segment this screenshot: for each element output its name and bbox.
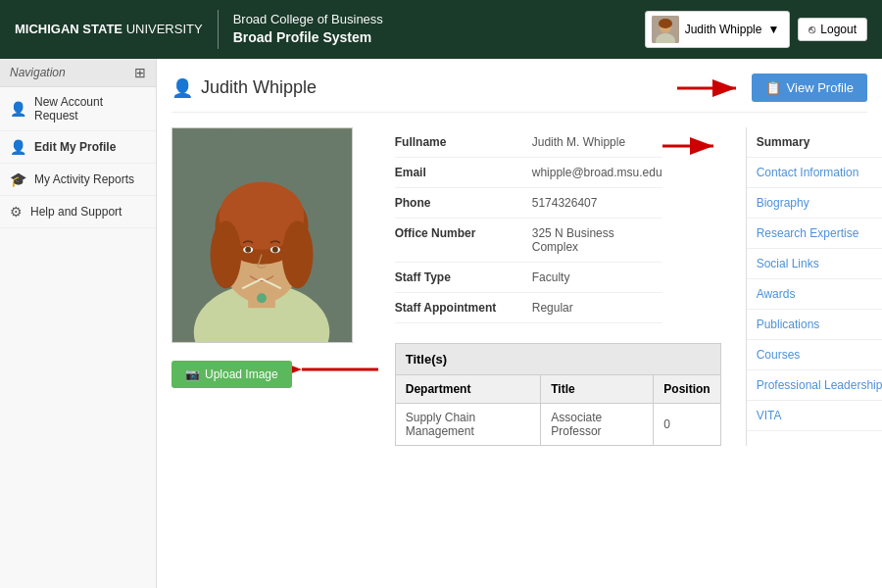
cell-title: Associate Professor xyxy=(541,404,654,446)
edit-profile-icon: 👤 xyxy=(10,139,26,155)
field-label-staff-appt: Staff Appointment xyxy=(395,301,532,315)
section-nav-professional[interactable]: Professional Leadership xyxy=(747,370,882,401)
section-nav-label: Publications xyxy=(757,318,820,331)
logout-label: Logout xyxy=(820,23,857,36)
field-office: Office Number 325 N Business Complex xyxy=(395,219,662,263)
upload-image-button[interactable]: 📷 Upload Image xyxy=(172,361,292,388)
profile-content-row: 📷 Upload Image xyxy=(172,127,867,446)
header-left: MICHIGAN STATE UNIVERSITY Broad College … xyxy=(15,10,383,49)
titles-section-header: Title(s) xyxy=(395,343,721,374)
profile-fields: Fullname Judith M. Whipple Email whipple… xyxy=(395,127,662,323)
sidebar-item-activity-reports[interactable]: 🎓 My Activity Reports xyxy=(0,164,156,196)
section-nav-contact[interactable]: Contact Information xyxy=(747,158,882,188)
field-value-fullname: Judith M. Whipple xyxy=(532,135,625,149)
logout-button[interactable]: ⎋ Logout xyxy=(798,18,867,41)
msu-normal: UNIVERSITY xyxy=(122,22,203,36)
main-layout: Navigation ⊞ 👤 New Account Request 👤 Edi… xyxy=(0,59,882,588)
section-nav-label: Courses xyxy=(757,348,801,362)
field-value-staff-type: Faculty xyxy=(532,270,570,284)
sidebar-item-new-account[interactable]: 👤 New Account Request xyxy=(0,87,156,131)
sidebar-item-label: My Activity Reports xyxy=(34,172,134,186)
app-header: MICHIGAN STATE UNIVERSITY Broad College … xyxy=(0,0,882,59)
field-staff-appointment: Staff Appointment Regular xyxy=(395,293,662,323)
sidebar-nav-label: Navigation xyxy=(10,66,66,79)
field-label-office: Office Number xyxy=(395,226,532,240)
arrow-to-view-profile xyxy=(677,74,746,102)
fields-and-arrow: Fullname Judith M. Whipple Email whipple… xyxy=(395,127,721,323)
section-nav-panel: Summary Contact Information Biography Re… xyxy=(746,127,882,446)
main-content: 👤 Judith Whipple 📋 View Profile xyxy=(157,59,882,588)
field-value-office: 325 N Business Complex xyxy=(532,226,662,254)
col-position: Position xyxy=(654,375,720,404)
help-support-icon: ⚙ xyxy=(10,204,23,220)
col-title: Title xyxy=(541,375,654,404)
svg-point-18 xyxy=(257,293,267,303)
section-nav-label: Biography xyxy=(757,196,809,210)
svg-point-12 xyxy=(211,220,242,288)
sidebar-header: Navigation ⊞ xyxy=(0,59,156,87)
sidebar-item-label: Help and Support xyxy=(30,205,122,219)
field-fullname: Fullname Judith M. Whipple xyxy=(395,127,662,158)
table-row: Supply Chain Management Associate Profes… xyxy=(395,404,720,446)
section-nav-publications[interactable]: Publications xyxy=(747,310,882,340)
field-label-phone: Phone xyxy=(395,196,532,210)
titles-section: Title(s) Department Title Position Suppl… xyxy=(395,343,721,446)
sidebar-item-label: New Account Request xyxy=(34,95,146,122)
upload-area: 📷 Upload Image xyxy=(172,351,380,388)
section-nav-research[interactable]: Research Expertise xyxy=(747,219,882,249)
portrait-svg xyxy=(172,127,352,343)
view-profile-label: View Profile xyxy=(787,80,854,95)
profile-photo-section: 📷 Upload Image xyxy=(172,127,380,446)
section-nav-summary[interactable]: Summary xyxy=(747,127,882,158)
titles-table: Department Title Position Supply Chain M… xyxy=(395,374,721,446)
field-email: Email whipple@broad.msu.edu xyxy=(395,158,662,188)
section-nav-vita[interactable]: VITA xyxy=(747,401,882,431)
section-nav-label: Summary xyxy=(757,135,810,149)
section-nav-label: Contact Information xyxy=(757,166,859,179)
msu-bold: MICHIGAN STATE xyxy=(15,22,122,36)
field-label-email: Email xyxy=(395,166,532,179)
user-menu-button[interactable]: Judith Whipple ▼ xyxy=(645,11,791,48)
sidebar-item-edit-profile[interactable]: 👤 Edit My Profile xyxy=(0,131,156,164)
col-department: Department xyxy=(395,375,541,404)
field-label-staff-type: Staff Type xyxy=(395,270,532,284)
broad-line1: Broad College of Business xyxy=(233,11,383,28)
profile-fields-section: Fullname Judith M. Whipple Email whipple… xyxy=(395,127,731,446)
user-name-label: Judith Whipple xyxy=(685,23,762,36)
section-nav-label: VITA xyxy=(757,409,782,422)
field-staff-type: Staff Type Faculty xyxy=(395,263,662,293)
broad-line2: Broad Profile System xyxy=(233,28,383,48)
sidebar-toggle-icon[interactable]: ⊞ xyxy=(134,65,146,80)
page-title-bar: 👤 Judith Whipple 📋 View Profile xyxy=(172,74,867,113)
view-profile-area: 📋 View Profile xyxy=(677,74,867,102)
section-nav-label: Awards xyxy=(757,287,796,301)
svg-point-16 xyxy=(245,247,251,253)
field-value-email: whipple@broad.msu.edu xyxy=(532,166,662,179)
view-profile-button[interactable]: 📋 View Profile xyxy=(752,74,867,102)
sidebar-item-help-support[interactable]: ⚙ Help and Support xyxy=(0,196,156,228)
sidebar-item-label: Edit My Profile xyxy=(34,140,116,154)
msu-logo: MICHIGAN STATE UNIVERSITY xyxy=(15,22,203,38)
profile-photo xyxy=(172,127,353,343)
cell-position: 0 xyxy=(654,404,720,446)
field-value-phone: 5174326407 xyxy=(532,196,598,210)
header-divider xyxy=(218,10,219,49)
field-value-staff-appt: Regular xyxy=(532,301,573,315)
section-nav-social[interactable]: Social Links xyxy=(747,249,882,279)
section-nav-courses[interactable]: Courses xyxy=(747,340,882,370)
arrow-to-summary xyxy=(662,127,721,157)
page-title: 👤 Judith Whipple xyxy=(172,77,317,99)
chevron-down-icon: ▼ xyxy=(767,23,779,36)
arrow-svg-summary xyxy=(662,135,721,157)
cell-department: Supply Chain Management xyxy=(395,404,541,446)
view-profile-icon: 📋 xyxy=(765,80,781,95)
section-nav-label: Research Expertise xyxy=(757,226,859,240)
upload-icon: 📷 xyxy=(185,368,200,381)
activity-reports-icon: 🎓 xyxy=(10,172,26,187)
svg-point-17 xyxy=(272,247,278,253)
section-nav-biography[interactable]: Biography xyxy=(747,188,882,219)
section-nav-awards[interactable]: Awards xyxy=(747,279,882,310)
upload-image-label: Upload Image xyxy=(205,368,278,381)
svg-point-3 xyxy=(659,19,672,28)
page-title-icon: 👤 xyxy=(172,77,193,99)
